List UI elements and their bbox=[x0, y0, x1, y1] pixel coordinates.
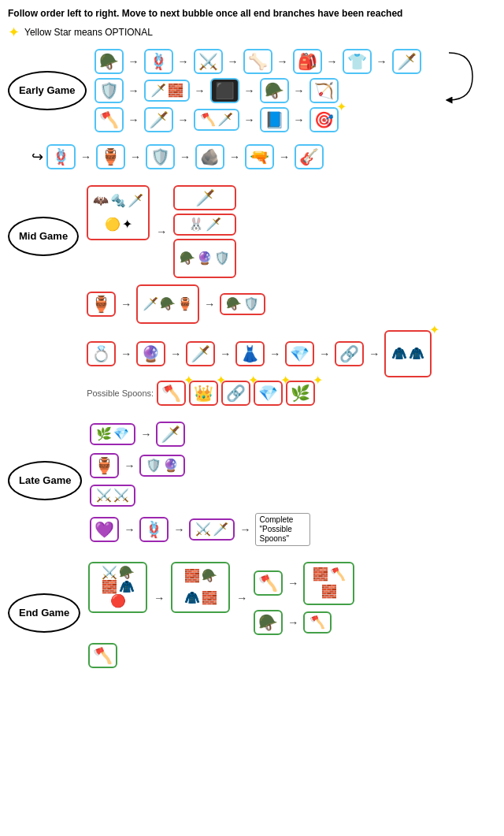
eg-r1-i2: 🪢 bbox=[144, 49, 173, 74]
eg-r3-i2: 🗡️ bbox=[144, 107, 173, 132]
mg-main-box: 🦇 🔩 🗡️ 🟡 ✦ bbox=[87, 185, 150, 240]
early-game-section: Early Game 🪖 → 🪢 → ⚔️ → 🦴 → 🎒 → 👕 bbox=[8, 49, 496, 169]
eg2-fork-top2: 🧱🪓🧱 bbox=[303, 562, 354, 605]
eg2-bot-branch: 🪓 bbox=[88, 643, 117, 668]
eg2-fork-bot2: 🪓 bbox=[303, 611, 332, 634]
mg-row2-i1: 💍 bbox=[87, 341, 116, 366]
eg-bot-i2: 🏺 bbox=[96, 144, 125, 169]
eg2-main-box: ⚔️ 🪖 🧱 🧥 🔴 bbox=[88, 562, 147, 613]
lg-b2-i1: 🏺 bbox=[90, 453, 119, 478]
lg-b4-i2: 🪢 bbox=[139, 517, 169, 542]
mg-small-1: 🏺 bbox=[87, 292, 116, 317]
end-game-label: End Game bbox=[8, 593, 80, 633]
spoons-label: Possible Spoons: bbox=[87, 388, 154, 398]
curve-arrow-eg: ↪ bbox=[32, 148, 43, 165]
eg-r1-i1: 🪖 bbox=[94, 49, 124, 74]
star-icon: ✦ bbox=[8, 24, 20, 41]
eg2-box2: 🧱 🪖 🧥 🧱 bbox=[171, 562, 230, 613]
late-game-label: Late Game bbox=[8, 461, 82, 500]
mg-branch-top: 🗡️ bbox=[173, 185, 236, 210]
spoon-star-1: ✦ bbox=[183, 373, 194, 388]
lg-b3-i1: ⚔️⚔️ bbox=[90, 485, 135, 507]
end-game-section: End Game ⚔️ 🪖 🧱 🧥 🔴 → bbox=[8, 562, 496, 668]
mg-row2-i6: 🔗 bbox=[335, 341, 364, 366]
mid-game-section: Mid Game 🦇 🔩 🗡️ 🟡 ✦ → bbox=[8, 185, 496, 406]
mid-game-label: Mid Game bbox=[8, 217, 79, 256]
spoon-star-3: ✦ bbox=[248, 373, 258, 388]
eg2-fork-top: 🪓 bbox=[254, 570, 283, 596]
spoon-star-4: ✦ bbox=[280, 373, 291, 388]
eg-r2-i5: 🏹 bbox=[309, 78, 339, 103]
optional-text: Yellow Star means OPTIONAL bbox=[24, 27, 153, 38]
eg-r1-i6: 👕 bbox=[343, 49, 372, 74]
eg2-fork-bot: 🪖 bbox=[254, 610, 283, 635]
eg-bot-i6: 🎸 bbox=[295, 144, 324, 169]
eg-bot-i5: 🔫 bbox=[245, 144, 274, 169]
mg-row2-i2: 🔮 bbox=[136, 341, 165, 366]
eg-r1-i4: 🦴 bbox=[243, 49, 272, 74]
mg-row2-i5: 💎 bbox=[285, 341, 314, 366]
spoon-star-2: ✦ bbox=[216, 373, 226, 388]
eg-r1-i5: 🎒 bbox=[293, 49, 322, 74]
mg-row2-i4: 👗 bbox=[235, 341, 265, 366]
lg-b4-i3: ⚔️🗡️ bbox=[189, 518, 235, 541]
mg-small-3: 🪖🛡️ bbox=[220, 293, 265, 315]
eg-r3-i3: 🪓🗡️ bbox=[194, 109, 239, 131]
eg-r2-i2: 🗡️🧱 bbox=[144, 80, 190, 102]
early-game-label: Early Game bbox=[8, 71, 87, 110]
mg-small-2: 🗡️🪖 🏺 bbox=[136, 284, 199, 324]
mg-branch-mid: 🐰🗡️ bbox=[173, 214, 236, 236]
eg-r3-i1: 🪓 bbox=[94, 107, 124, 132]
optional-star-mg: ✦ bbox=[429, 322, 439, 337]
lg-b1-i1: 🌿💎 bbox=[90, 423, 135, 445]
mg-row2-i7: 🧥🧥 bbox=[384, 330, 432, 377]
eg-r3-i5: 🎯 bbox=[309, 107, 339, 132]
eg-bot-i4: 🪨 bbox=[195, 144, 224, 169]
late-game-section: Late Game 🌿💎 → 🗡️ 🏺 → � bbox=[8, 422, 496, 546]
spoon-i1: 🪓 bbox=[157, 381, 186, 406]
eg-r2-i4: 🪖 bbox=[260, 78, 289, 103]
lg-b4-i1: 💜 bbox=[90, 517, 119, 542]
eg-bot-i1: 🪢 bbox=[46, 144, 76, 169]
eg-r3-i4: 📘 bbox=[260, 107, 289, 132]
eg-r1-i7: 🗡️ bbox=[392, 49, 421, 74]
lg-b1-next: 🗡️ bbox=[156, 422, 185, 447]
mg-branch-bot: 🪖🔮 🛡️ bbox=[173, 239, 236, 278]
eg-r2-i1: 🛡️ bbox=[94, 78, 124, 103]
complete-spoons-label: Complete "Possible Spoons" bbox=[255, 513, 310, 546]
eg-bot-i3: 🛡️ bbox=[146, 144, 175, 169]
spoon-star-5: ✦ bbox=[313, 373, 323, 388]
lg-b2-next: 🛡️🔮 bbox=[139, 455, 185, 477]
eg-r2-i3: ⬛ bbox=[210, 78, 239, 103]
eg-r1-i3: ⚔️ bbox=[194, 49, 223, 74]
optional-star-eg: ✦ bbox=[336, 99, 346, 114]
instruction-text: Follow order left to right. Move to next… bbox=[8, 8, 496, 20]
mg-row2-i3: 🗡️ bbox=[186, 341, 215, 366]
